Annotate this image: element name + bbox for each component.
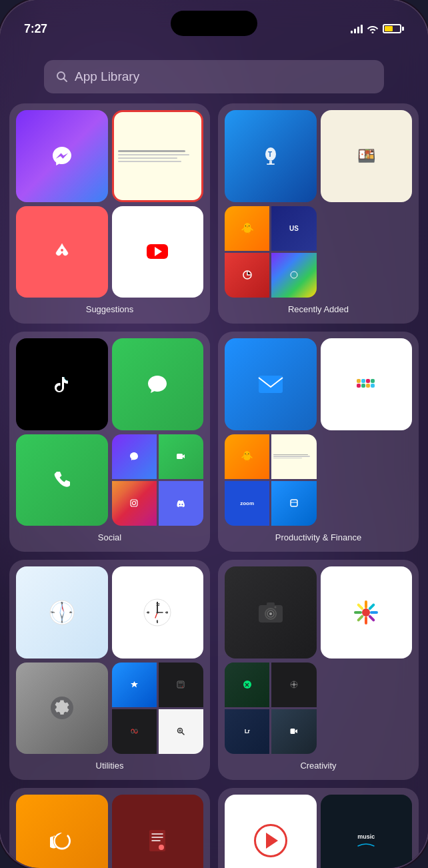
search-placeholder: App Library [75,69,139,84]
app-icon-airbnb[interactable] [16,206,108,298]
svg-rect-9 [177,454,183,459]
svg-point-69 [362,608,370,616]
phone-frame: 7:27 App Library [0,0,428,868]
app-icon-settings[interactable] [16,663,108,755]
svg-text:T: T [268,151,272,158]
svg-point-2 [61,249,63,252]
svg-text:E: E [70,610,72,614]
creativity-mini-grid[interactable]: Lr [225,663,317,755]
svg-point-53 [179,685,179,685]
svg-rect-5 [267,163,275,165]
battery-icon [383,24,404,33]
utilities-group: N S W E [9,560,210,780]
svg-point-57 [181,687,181,687]
suggestions-label: Suggestions [16,302,203,317]
app-icon-amazon-music[interactable]: music [321,795,413,868]
app-icon-kindle[interactable] [112,795,204,868]
productivity-label: Productivity & Finance [225,530,412,545]
svg-rect-14 [357,384,361,388]
recently-added-label: Recently Added [225,302,412,317]
svg-rect-10 [131,500,137,506]
productivity-mini-grid[interactable]: 🐥 zoom [225,434,317,526]
svg-rect-20 [371,384,375,388]
svg-rect-64 [267,602,275,606]
bottom-left-group [9,788,210,868]
svg-point-55 [182,685,183,685]
svg-text:9: 9 [147,610,149,614]
svg-line-1 [64,79,67,82]
app-icon-talkatone[interactable]: T [225,110,317,202]
svg-point-11 [133,502,136,505]
svg-point-58 [182,687,183,687]
social-label: Social [16,530,203,545]
recently-added-group: T 🍱 🐥 US [218,103,419,324]
utilities-label: Utilities [16,758,203,773]
app-icon-safari[interactable]: N S W E [16,566,108,659]
app-icon-slack[interactable] [321,338,413,430]
social-mini-grid[interactable] [112,434,204,526]
svg-text:3: 3 [166,610,168,614]
svg-point-68 [269,612,272,615]
app-icon-photos[interactable] [321,566,413,659]
utilities-mini-grid[interactable] [112,663,204,755]
signal-icon [351,24,363,33]
app-icon-food-by-maria[interactable]: 🍱 [321,110,413,202]
suggestions-group: Suggestions [9,103,210,324]
app-icon-messenger[interactable] [16,110,108,202]
svg-point-56 [179,687,179,687]
status-time: 7:27 [24,22,47,36]
svg-rect-21 [371,379,375,383]
svg-point-67 [274,606,276,608]
status-icons [351,24,404,33]
recently-added-mini[interactable]: 🐥 US [225,206,317,298]
svg-point-80 [159,845,164,850]
svg-point-54 [181,685,181,685]
svg-rect-22 [291,500,297,506]
app-library-search[interactable]: App Library [44,60,384,93]
creativity-group: Lr Creativity [218,560,419,780]
dynamic-island [171,11,257,36]
app-icon-music-player[interactable] [225,795,317,868]
search-icon [56,71,68,83]
app-icon-notes[interactable] [112,110,204,202]
svg-text:N: N [61,601,63,604]
app-icon-clock[interactable]: 12 3 6 9 [112,566,204,659]
svg-rect-15 [357,379,361,383]
svg-rect-52 [179,683,183,684]
svg-text:S: S [61,620,63,624]
app-icon-camera[interactable] [225,566,317,659]
svg-rect-78 [290,729,295,734]
svg-rect-16 [361,384,365,388]
app-icon-youtube[interactable] [112,206,204,298]
svg-point-12 [136,501,137,502]
svg-text:W: W [51,610,53,614]
app-icon-tiktok[interactable] [16,338,108,430]
svg-rect-19 [366,379,370,383]
wifi-icon [367,24,379,33]
svg-point-8 [291,272,297,278]
social-group: Social [9,332,210,552]
svg-rect-18 [366,384,370,388]
productivity-group: 🐥 zoom [218,332,419,552]
svg-rect-17 [361,379,365,383]
svg-text:6: 6 [157,619,159,623]
app-icon-mail[interactable] [225,338,317,430]
app-icon-phone[interactable] [16,434,108,526]
svg-point-49 [157,611,159,613]
svg-line-60 [182,733,185,735]
svg-point-73 [293,683,295,686]
creativity-label: Creativity [225,758,412,773]
bottom-right-group: music [218,788,419,868]
app-icon-messages[interactable] [112,338,204,430]
svg-rect-13 [259,376,283,393]
app-icon-audible[interactable] [16,795,108,868]
